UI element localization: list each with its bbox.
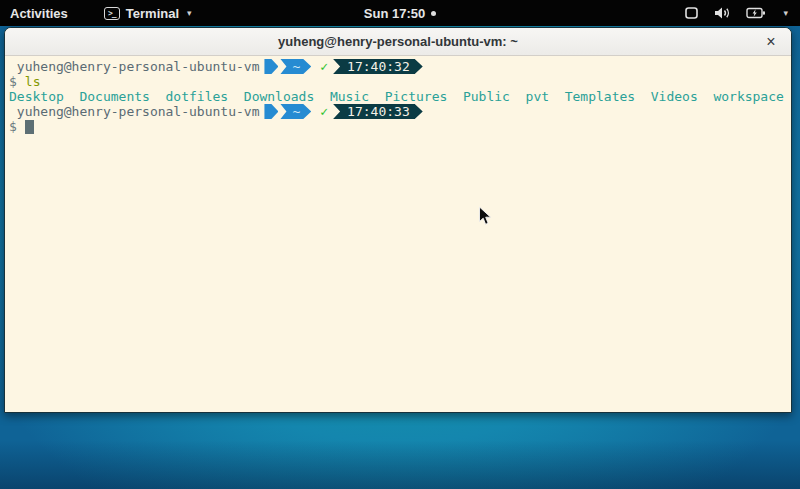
prompt-line: yuheng@henry-personal-ubuntu-vm ~ ✓ 17:4… (9, 104, 787, 119)
top-bar: Activities >_ Terminal ▾ Sun 17:50 (0, 0, 800, 26)
volume-icon (714, 6, 731, 20)
ls-output: Desktop Documents dotfiles Downloads Mus… (9, 89, 787, 104)
chevron-down-icon: ▾ (783, 8, 788, 18)
typed-command: ls (25, 74, 41, 89)
network-icon (684, 6, 699, 20)
shell-prompt-symbol: $ (9, 74, 17, 89)
system-status-area[interactable]: ▾ (684, 6, 788, 20)
command-line: $ ls (9, 74, 787, 89)
powerline-arrow-icon (264, 59, 278, 74)
shell-prompt-symbol: $ (9, 119, 17, 134)
prompt-user-host: yuheng@henry-personal-ubuntu-vm (9, 104, 259, 119)
close-icon[interactable]: × (759, 28, 783, 55)
app-menu-terminal[interactable]: >_ Terminal ▾ (104, 6, 192, 21)
app-menu-label: Terminal (126, 6, 179, 21)
terminal-window: yuheng@henry-personal-ubuntu-vm: ~ × yuh… (4, 27, 792, 413)
battery-icon (746, 6, 766, 20)
terminal-screen[interactable]: yuheng@henry-personal-ubuntu-vm ~ ✓ 17:4… (5, 56, 791, 413)
prompt-path-segment: ~ (280, 104, 311, 119)
window-titlebar[interactable]: yuheng@henry-personal-ubuntu-vm: ~ × (5, 28, 791, 56)
prompt-user-host: yuheng@henry-personal-ubuntu-vm (9, 59, 259, 74)
prompt-time-segment: 17:40:33 (333, 104, 423, 119)
mouse-cursor (478, 206, 492, 230)
notification-dot-icon (431, 11, 436, 16)
terminal-icon: >_ (104, 7, 120, 20)
prompt-time-segment: 17:40:32 (333, 59, 423, 74)
clock[interactable]: Sun 17:50 (364, 6, 425, 21)
prompt-path-segment: ~ (280, 59, 311, 74)
powerline-arrow-icon (264, 104, 278, 119)
activities-button[interactable]: Activities (10, 6, 68, 21)
prompt-line: yuheng@henry-personal-ubuntu-vm ~ ✓ 17:4… (9, 59, 787, 74)
chevron-down-icon: ▾ (187, 8, 192, 18)
window-title: yuheng@henry-personal-ubuntu-vm: ~ (278, 34, 518, 49)
status-ok-icon: ✓ (320, 59, 328, 74)
desktop: Activities >_ Terminal ▾ Sun 17:50 (0, 0, 800, 489)
status-ok-icon: ✓ (320, 104, 328, 119)
input-line[interactable]: $ (9, 119, 787, 134)
text-cursor (25, 120, 34, 134)
